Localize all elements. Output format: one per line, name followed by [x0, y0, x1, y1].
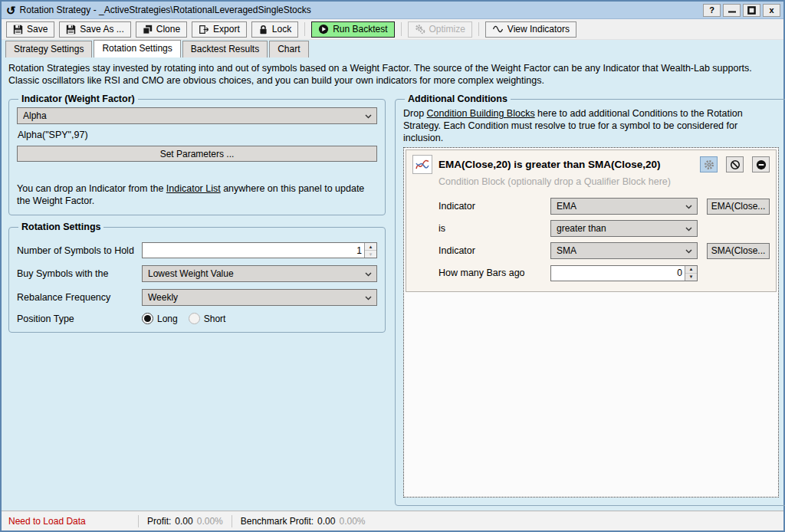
condition-indicator2-params-button[interactable]: SMA(Close... [707, 243, 770, 259]
status-bar: Need to Load Data Profit: 0.00 0.00% Ben… [2, 511, 783, 530]
rotation-strategy-icon: ↺ [6, 5, 16, 16]
condition-disable-button[interactable] [726, 156, 744, 172]
chevron-down-icon [683, 201, 695, 212]
radio-short[interactable] [189, 313, 200, 324]
save-as-icon [66, 25, 76, 34]
condition-remove-button[interactable] [752, 156, 770, 172]
spin-up-button[interactable]: ▲ [685, 266, 697, 274]
conditions-drop-hint: Drop Condition Building Blocks here to a… [403, 107, 779, 144]
optimize-gears-icon [415, 24, 425, 34]
benchmark-profit-value: 0.00 [317, 516, 335, 527]
export-button[interactable]: Export [192, 21, 247, 38]
tab-chart[interactable]: Chart [269, 41, 308, 57]
maximize-icon [747, 6, 756, 15]
toolbar-separator [401, 22, 402, 36]
rotation-settings-group: Rotation Settings Number of Symbols to H… [8, 222, 386, 333]
benchmark-profit-label: Benchmark Profit: [241, 516, 314, 527]
buy-symbols-dropdown[interactable]: Lowest Weight Value [142, 265, 377, 282]
view-indicators-button[interactable]: View Indicators [485, 21, 576, 38]
clone-label: Clone [156, 24, 180, 34]
lock-icon [258, 25, 268, 34]
tab-strip: Strategy Settings Rotation Settings Back… [2, 40, 783, 57]
export-icon [199, 25, 209, 34]
toolbar-separator [478, 22, 479, 36]
buy-symbols-value: Lowest Weight Value [148, 268, 363, 279]
help-button[interactable]: ? [703, 4, 721, 17]
benchmark-profit-readout: Benchmark Profit: 0.00 0.00% [241, 516, 366, 527]
condition-drop-area[interactable]: EMA(Close,20) is greater than SMA(Close,… [403, 147, 779, 498]
save-button[interactable]: Save [6, 21, 54, 38]
indicator-dropdown-value: Alpha [23, 110, 363, 121]
minimize-icon [728, 6, 736, 14]
condition-title: EMA(Close,20) is greater than SMA(Close,… [438, 159, 691, 170]
clone-button[interactable]: Clone [136, 21, 187, 38]
spin-down-button[interactable]: ▼ [365, 251, 376, 258]
rebalance-frequency-label: Rebalance Frequency [17, 292, 142, 303]
statusbar-separator [232, 515, 232, 527]
window-title: Rotation Strategy - _ActiveStrategies\Ro… [20, 5, 701, 15]
rebalance-frequency-dropdown[interactable]: Weekly [142, 289, 377, 306]
condition-indicator1-label: Indicator [438, 201, 550, 212]
maximize-button[interactable] [743, 4, 760, 17]
condition-subtitle: Condition Block (optionally drop a Quali… [438, 176, 770, 187]
indicator-drop-hint: You can drop an Indicator from the Indic… [17, 182, 377, 207]
prohibit-icon [730, 159, 741, 170]
symbols-to-hold-label: Number of Symbols to Hold [17, 245, 142, 256]
condition-settings-button[interactable] [700, 156, 718, 172]
profit-readout: Profit: 0.00 0.00% [147, 516, 223, 527]
chevron-down-icon [363, 268, 374, 279]
status-message: Need to Load Data [8, 516, 130, 527]
gear-icon [704, 159, 714, 170]
condition-indicator2-dropdown[interactable]: SMA [550, 242, 698, 259]
tab-rotation-settings[interactable]: Rotation Settings [94, 40, 180, 57]
buy-symbols-label: Buy Symbols with the [17, 268, 142, 279]
condition-indicator1-dropdown[interactable]: EMA [550, 198, 698, 215]
profit-label: Profit: [147, 516, 171, 527]
strategy-description: Rotation Strategies stay invested by rot… [8, 62, 777, 87]
tab-backtest-results[interactable]: Backtest Results [182, 41, 268, 57]
additional-conditions-legend: Additional Conditions [405, 94, 511, 104]
indicator-weight-factor-group: Indicator (Weight Factor) Alpha Alpha("S… [8, 94, 386, 215]
save-label: Save [27, 24, 48, 34]
rotation-settings-legend: Rotation Settings [18, 222, 103, 232]
condition-block[interactable]: EMA(Close,20) is greater than SMA(Close,… [406, 149, 777, 292]
strategy-window: ↺ Rotation Strategy - _ActiveStrategies\… [0, 0, 785, 532]
radio-short-label: Short [204, 314, 226, 324]
condition-indicator1-params-button[interactable]: EMA(Close... [707, 199, 770, 215]
rotation-settings-page: Rotation Strategies stay invested by rot… [2, 57, 783, 511]
symbols-to-hold-stepper: ▲ ▼ [142, 242, 377, 258]
spin-up-button[interactable]: ▲ [365, 243, 376, 251]
minus-circle-icon [756, 159, 767, 170]
rebalance-frequency-value: Weekly [148, 292, 363, 303]
run-backtest-button[interactable]: Run Backtest [311, 21, 394, 38]
save-as-button[interactable]: Save As ... [59, 21, 130, 38]
position-long-option[interactable]: Long [142, 313, 178, 324]
clone-icon [143, 25, 153, 34]
indicator-dropdown[interactable]: Alpha [17, 107, 377, 124]
crossover-chart-icon [412, 155, 432, 174]
toolbar-separator [304, 22, 305, 36]
minimize-button[interactable] [723, 4, 741, 17]
condition-operator-dropdown[interactable]: greater than [550, 220, 698, 237]
run-icon [318, 24, 329, 34]
close-button[interactable]: x [763, 4, 780, 17]
benchmark-profit-percent: 0.00% [339, 516, 365, 527]
indicator-list-link[interactable]: Indicator List [166, 183, 221, 194]
run-backtest-label: Run Backtest [333, 24, 387, 34]
position-type-label: Position Type [17, 314, 142, 324]
spin-down-button[interactable]: ▼ [685, 274, 697, 281]
tab-strategy-settings[interactable]: Strategy Settings [5, 41, 92, 57]
indicator-signature: Alpha("SPY",97) [18, 130, 377, 140]
symbols-to-hold-input[interactable] [143, 243, 364, 258]
chevron-down-icon [683, 223, 695, 234]
chevron-down-icon [363, 110, 374, 121]
radio-long[interactable] [142, 313, 153, 324]
condition-building-blocks-link[interactable]: Condition Building Blocks [427, 108, 535, 119]
set-parameters-button[interactable]: Set Parameters ... [17, 146, 377, 162]
condition-indicator2-label: Indicator [438, 245, 550, 256]
additional-conditions-group: Additional Conditions Drop Condition Bui… [395, 94, 785, 506]
bars-ago-input[interactable] [551, 266, 685, 281]
optimize-button[interactable]: Optimize [408, 21, 472, 38]
position-short-option[interactable]: Short [189, 313, 226, 324]
lock-button[interactable]: Lock [251, 21, 298, 38]
